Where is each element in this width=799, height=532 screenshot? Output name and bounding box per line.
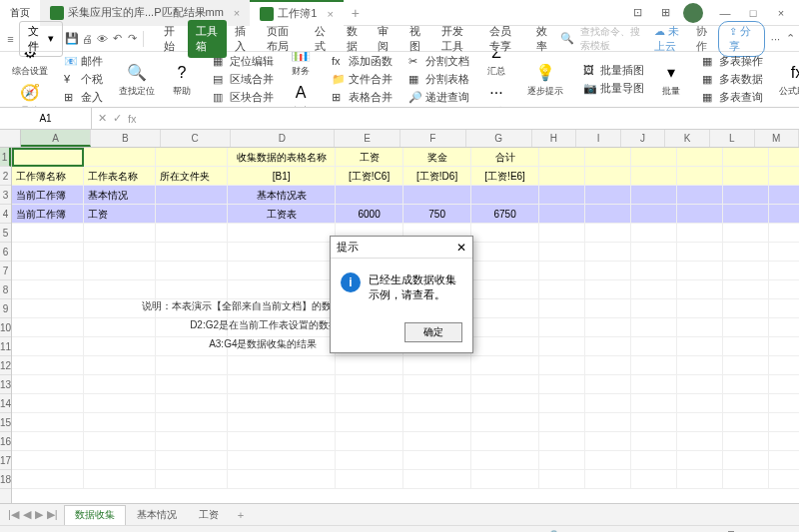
cell-L3[interactable] [723, 186, 769, 205]
cell-L17[interactable] [723, 451, 769, 470]
cell-J14[interactable] [631, 394, 677, 413]
cell-J4[interactable] [631, 205, 677, 224]
ribbon-多表数据[interactable]: ▦多表数据 [700, 71, 765, 88]
cell-H9[interactable] [539, 299, 585, 318]
cell-D18[interactable] [228, 470, 336, 489]
cell-A13[interactable] [12, 375, 84, 394]
cell-D15[interactable] [228, 413, 336, 432]
ribbon-公式助手[interactable]: fx公式助手 [777, 60, 799, 100]
cell-J10[interactable] [631, 318, 677, 337]
cell-H16[interactable] [539, 432, 585, 451]
cell-J18[interactable] [631, 470, 677, 489]
cell-I14[interactable] [585, 394, 631, 413]
cell-M13[interactable] [769, 375, 799, 394]
cell-B15[interactable] [84, 413, 156, 432]
cell-A18[interactable] [12, 470, 84, 489]
cell-B14[interactable] [84, 394, 156, 413]
row-header-11[interactable]: 11 [0, 337, 11, 356]
row-header-14[interactable]: 14 [0, 394, 11, 413]
cell-M15[interactable] [769, 413, 799, 432]
cell-L5[interactable] [723, 224, 769, 243]
preview-icon[interactable]: 👁 [96, 31, 109, 47]
cell-I5[interactable] [585, 224, 631, 243]
cell-B7[interactable] [84, 262, 156, 280]
cell-L10[interactable] [723, 318, 769, 337]
menutab-7[interactable]: 视图 [401, 20, 433, 58]
cell-F3[interactable] [403, 186, 471, 205]
cell-M14[interactable] [769, 394, 799, 413]
cell-A3[interactable]: 当前工作簿 [12, 186, 84, 205]
menutab-1[interactable]: 工具箱 [188, 20, 228, 58]
collapse-icon[interactable]: ⌃ [786, 32, 795, 45]
col-header-A[interactable]: A [21, 130, 91, 147]
cell-L13[interactable] [723, 375, 769, 394]
ribbon-金入[interactable]: ⊞金入 [62, 89, 105, 106]
cell-B11[interactable] [84, 337, 156, 356]
cell-C16[interactable] [156, 432, 228, 451]
minimize-button[interactable]: — [715, 3, 735, 23]
ribbon-多表查询[interactable]: ▦多表查询 [700, 89, 765, 106]
tab-add[interactable]: + [344, 5, 368, 21]
cell-C12[interactable] [156, 356, 228, 375]
cell-A2[interactable]: 工作簿名称 [12, 167, 84, 186]
cell-I17[interactable] [585, 451, 631, 470]
cell-H14[interactable] [539, 394, 585, 413]
cell-J12[interactable] [631, 356, 677, 375]
cell-B12[interactable] [84, 356, 156, 375]
cell-G5[interactable] [471, 224, 539, 243]
ribbon-递进查询[interactable]: 🔎递进查询 [406, 89, 471, 106]
avatar[interactable] [683, 3, 703, 23]
cell-L11[interactable] [723, 337, 769, 356]
cell-H15[interactable] [539, 413, 585, 432]
cell-B2[interactable]: 工作表名称 [84, 167, 156, 186]
cell-D6[interactable] [228, 243, 336, 262]
cell-M3[interactable] [769, 186, 799, 205]
cell-K11[interactable] [677, 337, 723, 356]
col-header-C[interactable]: C [161, 130, 231, 147]
close-icon[interactable]: × [327, 8, 333, 20]
cell-C18[interactable] [156, 470, 228, 489]
cell-J8[interactable] [631, 280, 677, 299]
cell-L1[interactable] [723, 148, 769, 167]
cell-F16[interactable] [403, 432, 471, 451]
cell-J2[interactable] [631, 167, 677, 186]
cell-A12[interactable] [12, 356, 84, 375]
cell-J16[interactable] [631, 432, 677, 451]
cell-G15[interactable] [471, 413, 539, 432]
sheet-prev-icon[interactable]: ◀ [23, 508, 31, 521]
cell-L9[interactable] [723, 299, 769, 318]
cell-K12[interactable] [677, 356, 723, 375]
cell-C5[interactable] [156, 224, 228, 243]
select-all-corner[interactable] [0, 130, 21, 147]
cell-H18[interactable] [539, 470, 585, 489]
cell-H7[interactable] [539, 262, 585, 280]
ribbon-表格合并[interactable]: ⊞表格合并 [330, 89, 395, 106]
cell-K5[interactable] [677, 224, 723, 243]
cell-A4[interactable]: 当前工作簿 [12, 205, 84, 224]
col-header-G[interactable]: G [466, 130, 532, 147]
cell-B8[interactable] [84, 280, 156, 299]
ribbon-个税[interactable]: ¥个税 [62, 71, 105, 88]
cell-D1[interactable]: 收集数据的表格名称 [228, 148, 336, 167]
cell-A7[interactable] [12, 262, 84, 280]
cell-L4[interactable] [723, 205, 769, 224]
ribbon-区块合并[interactable]: ▥区块合并 [211, 89, 276, 106]
cell-H17[interactable] [539, 451, 585, 470]
cell-I18[interactable] [585, 470, 631, 489]
cell-F15[interactable] [403, 413, 471, 432]
cell-M4[interactable] [769, 205, 799, 224]
col-header-I[interactable]: I [576, 130, 621, 147]
cell-A17[interactable] [12, 451, 84, 470]
cell-H12[interactable] [539, 356, 585, 375]
cell-K1[interactable] [677, 148, 723, 167]
cell-K8[interactable] [677, 280, 723, 299]
cell-G16[interactable] [471, 432, 539, 451]
cell-H3[interactable] [539, 186, 585, 205]
cell-H6[interactable] [539, 243, 585, 262]
menutab-6[interactable]: 审阅 [370, 20, 401, 58]
cell-M7[interactable] [769, 262, 799, 280]
cell-M6[interactable] [769, 243, 799, 262]
cell-J13[interactable] [631, 375, 677, 394]
cell-D16[interactable] [228, 432, 336, 451]
cell-A11[interactable] [12, 337, 84, 356]
